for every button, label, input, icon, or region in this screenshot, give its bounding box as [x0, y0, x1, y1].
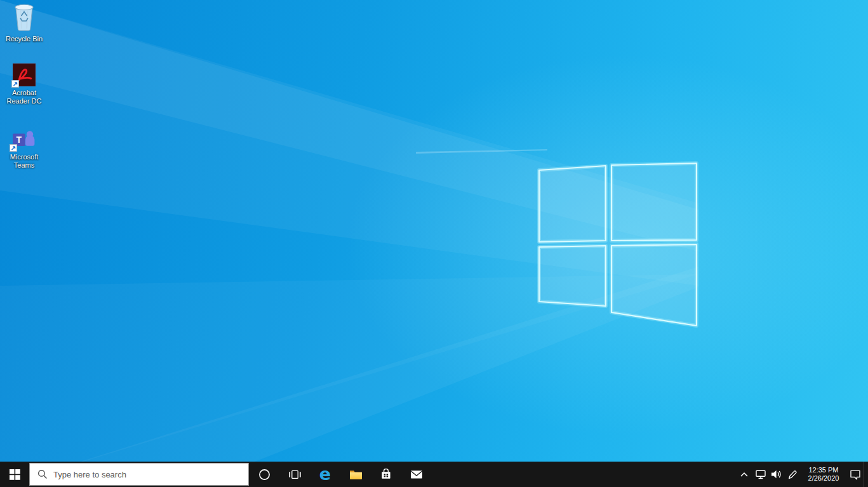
network-button[interactable]	[752, 462, 768, 487]
desktop-icon-label: Recycle Bin	[2, 35, 46, 43]
task-view-icon	[289, 469, 301, 480]
file-explorer-button[interactable]	[340, 462, 371, 487]
start-button[interactable]	[0, 462, 29, 487]
network-icon	[756, 470, 766, 479]
chevron-up-icon	[740, 471, 749, 477]
system-tray: 12:35 PM 2/26/2020	[736, 462, 868, 487]
mail-envelope-icon	[410, 470, 423, 479]
edge-icon: e	[319, 465, 331, 483]
teams-t-glyph: T	[16, 135, 22, 145]
clock-time: 12:35 PM	[808, 466, 838, 475]
cortana-button[interactable]	[249, 462, 279, 487]
desktop-icon-microsoft-teams[interactable]: T Microsoft Teams	[1, 129, 48, 170]
show-desktop-button[interactable]	[864, 462, 868, 487]
cortana-circle-icon	[258, 469, 270, 481]
folder-icon	[349, 469, 363, 480]
store-button[interactable]	[371, 462, 401, 487]
task-view-button[interactable]	[279, 462, 310, 487]
windows-flag-icon	[10, 469, 20, 480]
mail-button[interactable]	[401, 462, 432, 487]
taskbar-search[interactable]	[29, 463, 249, 486]
search-input[interactable]	[53, 464, 248, 485]
speaker-icon	[771, 470, 782, 479]
action-center-icon	[850, 469, 861, 480]
pen-icon	[787, 470, 797, 479]
edge-button[interactable]: e	[310, 462, 340, 487]
action-center-button[interactable]	[847, 462, 864, 487]
recycle-bin-icon	[11, 2, 37, 32]
store-bag-icon	[380, 469, 392, 480]
clock-date: 2/26/2020	[808, 474, 839, 483]
shortcut-arrow-icon	[11, 80, 19, 88]
windows-desktop: Recycle Bin Acrobat Reader DC	[0, 0, 868, 487]
wallpaper	[0, 0, 868, 487]
volume-button[interactable]	[768, 462, 784, 487]
light-beams	[0, 0, 868, 487]
search-icon	[37, 469, 48, 479]
taskbar-clock[interactable]: 12:35 PM 2/26/2020	[800, 462, 847, 487]
shortcut-arrow-icon	[10, 144, 17, 152]
desktop-icon-label: Acrobat Reader DC	[2, 89, 46, 105]
desktop-icon-recycle-bin[interactable]: Recycle Bin	[1, 2, 48, 43]
desktop-icon-acrobat-reader[interactable]: Acrobat Reader DC	[1, 63, 48, 105]
teams-icon: T	[11, 129, 37, 150]
acrobat-reader-icon	[13, 63, 36, 86]
show-hidden-icons-button[interactable]	[736, 462, 752, 487]
desktop-icon-label: Microsoft Teams	[2, 153, 46, 170]
taskbar: e	[0, 462, 868, 487]
windows-ink-button[interactable]	[784, 462, 800, 487]
